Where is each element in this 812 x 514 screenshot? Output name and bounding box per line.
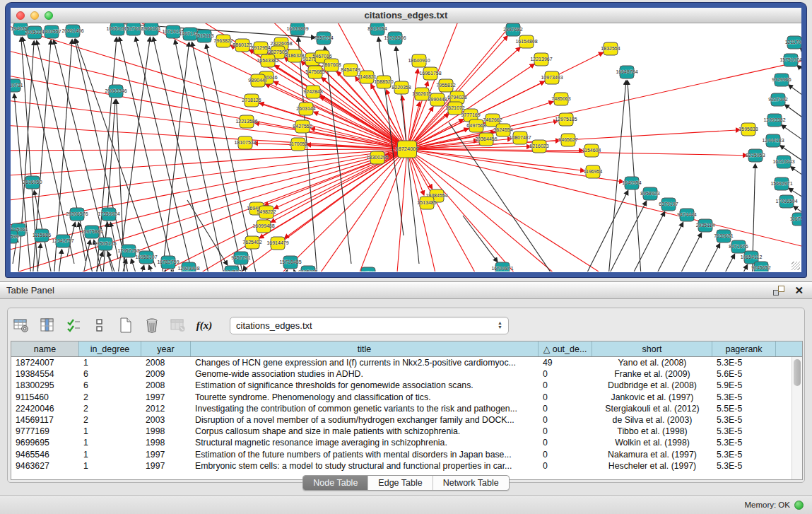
cell-in_degree: 2 <box>79 415 141 425</box>
table-row[interactable]: 911546021997Tourette syndrome. Phenomeno… <box>11 392 802 403</box>
table-row[interactable]: 946554611997Estimation of the future num… <box>11 449 802 460</box>
network-edge[interactable] <box>797 66 801 81</box>
network-edge[interactable] <box>187 200 228 265</box>
column-header-in_degree[interactable]: in_degree <box>79 341 141 356</box>
trash-icon[interactable] <box>143 316 161 334</box>
resize-grip-icon[interactable] <box>792 262 800 270</box>
network-edge[interactable] <box>407 149 584 171</box>
network-node-label: 16154808 <box>515 39 537 44</box>
network-node-label: 5475685 <box>305 69 324 74</box>
network-edge[interactable] <box>175 40 226 271</box>
network-edge[interactable] <box>463 216 498 262</box>
network-node-label: 16914479 <box>266 240 288 245</box>
network-edge[interactable] <box>608 81 626 271</box>
network-edge[interactable] <box>407 149 675 271</box>
network-node-label: 18640910 <box>408 58 430 63</box>
network-canvas[interactable]: 1940355200533414035572089140610653287152… <box>11 23 801 271</box>
network-select-value: citations_edges.txt <box>236 320 498 331</box>
table-row[interactable]: 969969511998Structural magnetic resonanc… <box>11 437 802 448</box>
vertical-scrollbar[interactable] <box>792 357 802 479</box>
dropdown-arrows-icon: ▲▼ <box>498 321 502 329</box>
network-edge[interactable] <box>695 265 747 271</box>
function-builder-icon[interactable]: f(x) <box>195 316 213 334</box>
column-header-out_de[interactable]: △ out_de... <box>539 341 592 356</box>
network-node-label: 20891406 <box>61 28 83 33</box>
network-edge[interactable] <box>138 266 144 271</box>
network-svg[interactable]: 1940355200533414035572089140610653287152… <box>11 23 801 271</box>
table-row[interactable]: 946362711997Embryonic stem cells: a mode… <box>11 460 802 472</box>
network-edge[interactable] <box>628 81 642 271</box>
select-all-icon[interactable] <box>64 316 83 334</box>
tab-edge-table[interactable]: Edge Table <box>368 476 433 490</box>
table-row[interactable]: 1872400712008Changes of HCN gene express… <box>11 357 802 368</box>
close-icon[interactable] <box>16 11 25 20</box>
network-node-label: 17359924 <box>98 211 119 216</box>
network-edge[interactable] <box>11 122 407 149</box>
unselect-all-icon[interactable] <box>90 316 109 334</box>
network-edge[interactable] <box>407 149 562 271</box>
network-node-label: 16033809 <box>286 26 308 31</box>
network-node-label: 9457791 <box>231 255 250 260</box>
network-edge[interactable] <box>785 105 801 122</box>
table-row[interactable]: 2242004622012Investigating the contribut… <box>11 403 802 414</box>
cell-short: Stergiakouli et al. (2012) <box>592 404 712 414</box>
cell-pagerank: 5.3E-5 <box>712 426 776 436</box>
network-node-label: 1403557 <box>42 29 61 34</box>
network-edge[interactable] <box>153 37 212 271</box>
window-titlebar[interactable]: citations_edges.txt <box>11 8 801 23</box>
network-node-label: 6379197 <box>659 201 678 206</box>
column-header-year[interactable]: year <box>141 341 191 356</box>
network-node-label: 7625402 <box>242 240 261 245</box>
network-edge[interactable] <box>37 244 41 271</box>
cell-out_de: 0 <box>539 369 592 379</box>
table-columns-icon[interactable] <box>38 316 57 334</box>
network-node-label: 16099488 <box>252 223 274 228</box>
network-node-label: 2867608 <box>322 62 341 67</box>
network-edge[interactable] <box>407 69 418 149</box>
new-document-icon[interactable] <box>117 316 135 334</box>
network-edge[interactable] <box>259 149 407 238</box>
cell-year: 1997 <box>141 392 191 402</box>
close-panel-icon[interactable]: ✕ <box>794 285 804 296</box>
cell-short: Yano et al. (2008) <box>592 358 712 368</box>
column-header-name[interactable]: name <box>11 341 79 356</box>
cell-in_degree: 6 <box>79 369 141 379</box>
table-row[interactable]: 1938455462009Genome-wide association stu… <box>11 368 802 380</box>
network-edge[interactable] <box>782 125 801 144</box>
network-node-label: 18300295 <box>366 155 388 160</box>
float-panel-icon[interactable] <box>773 286 784 296</box>
column-header-title[interactable]: title <box>191 341 539 356</box>
network-node-label: 2935114 <box>696 223 715 228</box>
cell-name: 19384554 <box>11 369 79 379</box>
network-node-label: 1640954 <box>622 180 641 185</box>
network-node-label: 2718126 <box>242 98 261 103</box>
table-row[interactable]: 1830029562008Estimation of significance … <box>11 380 802 391</box>
network-edge[interactable] <box>682 255 734 271</box>
network-node-label: 15692971 <box>770 181 792 186</box>
network-edge[interactable] <box>11 149 407 151</box>
table-row[interactable]: 977716911998Corpus callosum shape and si… <box>11 426 802 437</box>
network-edge[interactable] <box>84 240 90 271</box>
cell-year: 1998 <box>141 438 191 448</box>
network-node-label: 1924502 <box>222 269 241 271</box>
table-row[interactable]: 1456911722003Disruption of a novel membe… <box>11 414 802 426</box>
network-node-label: 9474444 <box>677 212 696 217</box>
network-edge[interactable] <box>131 259 139 271</box>
tab-network-table[interactable]: Network Table <box>433 476 509 490</box>
column-header-pagerank[interactable]: pagerank <box>712 341 776 356</box>
network-select-dropdown[interactable]: citations_edges.txt ▲▼ <box>230 317 509 334</box>
network-edge[interactable] <box>59 250 62 271</box>
minimize-icon[interactable] <box>30 11 39 20</box>
network-edge[interactable] <box>119 37 177 271</box>
scrollbar-thumb[interactable] <box>794 359 801 386</box>
network-edge[interactable] <box>279 149 407 271</box>
network-edge[interactable] <box>789 85 801 103</box>
table-settings-icon[interactable] <box>12 316 30 334</box>
zoom-icon[interactable] <box>45 11 53 20</box>
network-edge[interactable] <box>575 191 628 271</box>
network-node-label: 8990448 <box>428 97 447 102</box>
cell-short: Hescheler et al. (1997) <box>592 461 712 471</box>
column-header-short[interactable]: short <box>592 341 712 356</box>
network-edge[interactable] <box>324 47 351 264</box>
tab-node-table[interactable]: Node Table <box>303 476 368 490</box>
